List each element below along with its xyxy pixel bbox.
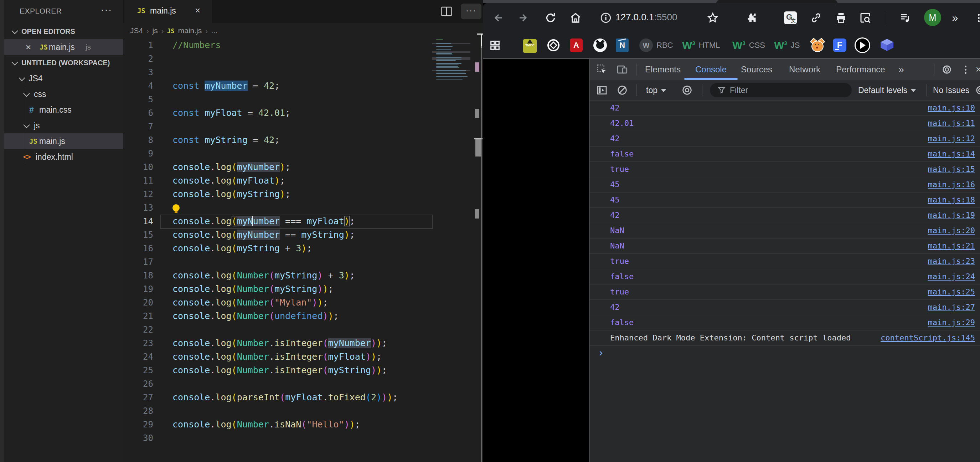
bookmark-item[interactable]: N: [616, 37, 628, 53]
minimap[interactable]: [434, 38, 470, 81]
console-source-link[interactable]: main.js:10: [928, 100, 975, 116]
log-levels-dropdown[interactable]: Default levels: [858, 80, 916, 100]
code-token: .: [210, 338, 215, 348]
context-selector-dropdown[interactable]: top: [646, 80, 666, 100]
devtools-tab-sources[interactable]: Sources: [741, 59, 772, 80]
settings-gear-icon[interactable]: [940, 63, 953, 76]
more-tabs-chevron-icon[interactable]: »: [898, 59, 904, 80]
web-page-content[interactable]: [483, 59, 589, 462]
playlist-music-icon[interactable]: [898, 11, 912, 25]
bookmark-item[interactable]: [489, 37, 501, 53]
explorer-more-icon[interactable]: ···: [101, 4, 112, 15]
forward-arrow-icon[interactable]: [517, 11, 531, 25]
scrollbar-thumb[interactable]: [476, 139, 481, 156]
search-in-page-icon[interactable]: [858, 11, 872, 25]
code-token: "Hello": [307, 419, 344, 430]
profile-avatar[interactable]: M: [924, 9, 941, 26]
console-source-link[interactable]: main.js:16: [928, 177, 975, 192]
home-icon[interactable]: [568, 11, 583, 25]
code-token: +: [323, 270, 339, 280]
console-source-link[interactable]: main.js:20: [928, 223, 975, 238]
tree-item-main-css[interactable]: #main.css: [4, 102, 123, 118]
bookmark-item[interactable]: W3CSS: [732, 37, 765, 53]
tree-section-untitled-workspace-[interactable]: UNTITLED (WORKSPACE): [4, 55, 123, 70]
devtools-tab-elements[interactable]: Elements: [645, 59, 681, 80]
url-address[interactable]: 127.0.0.1:5500: [616, 12, 678, 23]
tab-close-icon[interactable]: ×: [195, 5, 200, 16]
bookmark-item[interactable]: W3JS: [774, 37, 800, 53]
devtools-tab-network[interactable]: Network: [789, 59, 820, 80]
bookmark-star-icon[interactable]: [706, 11, 720, 25]
site-info-icon[interactable]: [599, 11, 613, 25]
code-area[interactable]: 1//Numbers234const myNumber = 42;56const…: [123, 38, 433, 445]
console-source-link[interactable]: main.js:24: [928, 269, 975, 284]
console-settings-gear-icon[interactable]: [974, 84, 980, 97]
close-editor-icon[interactable]: ×: [25, 39, 31, 55]
console-filter-input[interactable]: Filter: [710, 83, 852, 97]
bookmark-item[interactable]: [880, 37, 894, 53]
console-source-link[interactable]: main.js:12: [928, 131, 975, 146]
issues-counter[interactable]: No Issues: [933, 80, 969, 100]
code-token: myFloat: [328, 352, 366, 362]
breadcrumb-item[interactable]: JS4: [130, 26, 143, 35]
eye-live-expression-icon[interactable]: [681, 84, 694, 97]
console-source-link[interactable]: main.js:27: [928, 300, 975, 315]
editor-more-actions-icon[interactable]: ···: [461, 3, 482, 19]
console-source-link[interactable]: contentScript.js:145: [881, 330, 975, 346]
extensions-puzzle-icon[interactable]: [745, 11, 759, 25]
kebab-menu-icon[interactable]: [972, 11, 980, 25]
tree-item-index-html[interactable]: <>index.html: [4, 149, 123, 165]
bookmark-item[interactable]: F: [833, 37, 846, 53]
code-token: (: [232, 365, 237, 375]
console-source-link[interactable]: main.js:14: [928, 147, 975, 161]
breadcrumb[interactable]: JS4›js›JS main.js›...: [123, 23, 483, 38]
console-source-link[interactable]: main.js:23: [928, 254, 975, 269]
clear-console-icon[interactable]: [616, 84, 628, 97]
lightbulb-code-action-icon[interactable]: [172, 204, 180, 211]
console-prompt[interactable]: ›: [590, 346, 980, 362]
browser-active-tab[interactable]: [716, 0, 837, 3]
console-source-link[interactable]: main.js:19: [928, 208, 975, 223]
bookmark-item[interactable]: [810, 37, 825, 53]
bookmark-item[interactable]: [854, 37, 870, 53]
kebab-menu-icon[interactable]: [959, 63, 972, 76]
line-number: 10: [123, 161, 153, 174]
tree-item-js[interactable]: js: [4, 118, 123, 133]
reload-icon[interactable]: [544, 11, 558, 25]
console-message-row: 42main.js:10: [590, 100, 980, 116]
print-icon[interactable]: [834, 11, 848, 25]
bookmark-item[interactable]: TMCC: [523, 37, 537, 53]
console-source-link[interactable]: main.js:25: [928, 285, 975, 300]
device-toolbar-icon[interactable]: [616, 63, 628, 76]
tree-item-main-js[interactable]: JSmain.js: [4, 133, 123, 149]
tree-item-main-js[interactable]: ×JSmain.jsjs: [4, 39, 123, 55]
bookmark-item[interactable]: [593, 37, 607, 53]
console-sidebar-icon[interactable]: [595, 84, 608, 97]
tree-item-css[interactable]: css: [4, 86, 123, 102]
copy-link-icon[interactable]: [809, 11, 823, 25]
devtools-tab-performance[interactable]: Performance: [836, 59, 885, 80]
tab-main-js[interactable]: JS main.js ×: [124, 0, 212, 23]
console-source-link[interactable]: main.js:15: [928, 162, 975, 177]
bookmark-item[interactable]: W3HTML: [682, 37, 720, 53]
console-source-link[interactable]: main.js:21: [928, 239, 975, 253]
bookmark-item[interactable]: [547, 37, 560, 53]
translate-icon[interactable]: G 文: [783, 11, 797, 25]
console-source-link[interactable]: main.js:11: [928, 116, 975, 131]
tree-section-open-editors[interactable]: OPEN EDITORS: [4, 24, 123, 39]
tree-item-js4[interactable]: JS4: [4, 70, 123, 86]
overflow-chevron-icon[interactable]: »: [948, 11, 962, 25]
split-editor-icon[interactable]: [440, 5, 453, 18]
breadcrumb-item[interactable]: main.js: [178, 26, 202, 35]
back-arrow-icon[interactable]: [490, 11, 504, 25]
close-devtools-icon[interactable]: ×: [976, 59, 980, 80]
breadcrumb-item[interactable]: ...: [211, 26, 218, 35]
bookmark-item[interactable]: WRBC: [639, 37, 673, 53]
code-token: (: [232, 229, 237, 240]
inspect-element-icon[interactable]: [595, 63, 608, 76]
console-source-link[interactable]: main.js:29: [928, 315, 975, 330]
breadcrumb-item[interactable]: js: [153, 26, 158, 35]
devtools-tab-console[interactable]: Console: [695, 59, 727, 80]
console-source-link[interactable]: main.js:18: [928, 193, 975, 207]
bookmark-item[interactable]: A: [570, 37, 583, 53]
